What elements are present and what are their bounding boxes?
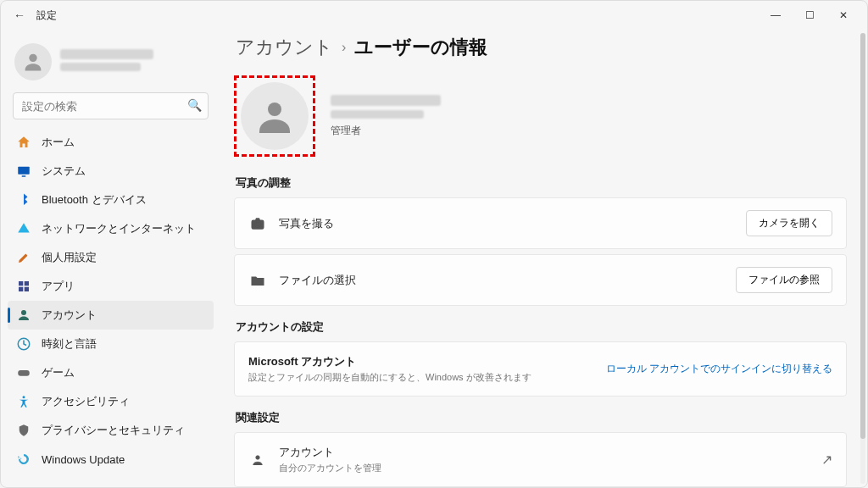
- sidebar-item-home[interactable]: ホーム: [8, 128, 214, 157]
- svg-point-10: [23, 396, 25, 398]
- sidebar-item-windows-update[interactable]: Windows Update: [8, 445, 214, 474]
- card-take-photo: 写真を撮る カメラを開く: [234, 197, 847, 249]
- card-choose-file: ファイルの選択 ファイルの参照: [234, 254, 847, 306]
- svg-rect-9: [18, 370, 30, 376]
- sidebar-item-label: プライバシーとセキュリティ: [42, 423, 185, 438]
- user-email-redacted: [331, 110, 424, 119]
- user-avatar[interactable]: [241, 82, 309, 150]
- minimize-button[interactable]: ―: [759, 3, 793, 27]
- chevron-right-icon: ›: [342, 40, 346, 55]
- search-container: 🔍: [13, 92, 209, 119]
- home-icon: [16, 135, 31, 150]
- sidebar-item-gaming[interactable]: ゲーム: [8, 358, 214, 387]
- sidebar-item-label: システム: [42, 164, 86, 179]
- sidebar-item-label: アクセシビリティ: [42, 394, 130, 409]
- person-small-icon: [248, 452, 267, 468]
- profile-name-redacted: [60, 49, 153, 59]
- accessibility-icon: [16, 394, 31, 409]
- system-icon: [16, 164, 31, 179]
- back-button[interactable]: ←: [8, 3, 31, 27]
- update-icon: [16, 452, 31, 467]
- breadcrumb: アカウント › ユーザーの情報: [236, 35, 847, 60]
- external-link-icon: ↗: [821, 452, 832, 468]
- sidebar-item-time-language[interactable]: 時刻と言語: [8, 330, 214, 358]
- folder-icon: [248, 273, 267, 288]
- svg-point-7: [21, 310, 26, 315]
- scrollbar[interactable]: [860, 33, 865, 484]
- svg-point-11: [268, 103, 281, 116]
- sidebar-item-personalization[interactable]: 個人用設定: [8, 243, 214, 272]
- take-photo-label: 写真を撮る: [279, 216, 734, 231]
- shield-icon: [16, 423, 31, 438]
- related-accounts-label: アカウント: [279, 445, 810, 460]
- search-icon: 🔍: [187, 98, 202, 112]
- sidebar-item-accounts[interactable]: アカウント: [8, 301, 214, 330]
- sidebar-item-label: アプリ: [42, 279, 75, 294]
- svg-rect-3: [19, 281, 23, 286]
- svg-point-13: [255, 221, 260, 226]
- breadcrumb-current: ユーザーの情報: [354, 35, 487, 60]
- sidebar-item-apps[interactable]: アプリ: [8, 272, 214, 301]
- svg-rect-6: [25, 287, 29, 291]
- network-icon: [16, 221, 31, 236]
- section-title-related: 関連設定: [236, 410, 845, 425]
- sidebar-item-network[interactable]: ネットワークとインターネット: [8, 214, 214, 243]
- user-role: 管理者: [331, 124, 441, 138]
- clock-globe-icon: [16, 336, 31, 352]
- sidebar-item-label: Bluetooth とデバイス: [42, 192, 147, 208]
- sidebar-item-label: 時刻と言語: [42, 336, 97, 352]
- switch-local-account-link[interactable]: ローカル アカウントでのサインインに切り替える: [606, 362, 832, 376]
- svg-rect-2: [22, 175, 26, 177]
- choose-file-label: ファイルの選択: [279, 273, 724, 288]
- section-title-account: アカウントの設定: [236, 319, 845, 335]
- paintbrush-icon: [16, 250, 31, 265]
- sidebar-item-label: 個人用設定: [42, 250, 97, 265]
- avatar-icon: [14, 43, 52, 80]
- apps-icon: [16, 279, 31, 294]
- gamepad-icon: [16, 365, 31, 380]
- svg-point-14: [256, 455, 260, 459]
- sidebar-item-system[interactable]: システム: [8, 157, 214, 186]
- ms-account-label: Microsoft アカウント: [248, 354, 594, 369]
- section-title-photo: 写真の調整: [236, 175, 845, 191]
- card-ms-account: Microsoft アカウント 設定とファイルの同期を自動的にすると、Windo…: [234, 341, 847, 396]
- avatar-highlight-box: [234, 75, 315, 157]
- card-related-accounts[interactable]: アカウント 自分のアカウントを管理 ↗: [234, 432, 847, 487]
- svg-point-0: [29, 54, 36, 62]
- related-accounts-sub: 自分のアカウントを管理: [279, 462, 810, 474]
- sidebar-item-label: アカウント: [42, 308, 97, 323]
- sidebar-profile[interactable]: [8, 35, 214, 92]
- profile-email-redacted: [60, 63, 141, 71]
- app-title: 設定: [36, 8, 57, 23]
- sidebar-item-label: Windows Update: [42, 453, 125, 466]
- close-button[interactable]: ✕: [826, 3, 860, 27]
- sidebar-item-label: ホーム: [42, 135, 75, 150]
- sidebar-item-label: ネットワークとインターネット: [42, 221, 196, 236]
- bluetooth-icon: [16, 192, 31, 208]
- breadcrumb-parent[interactable]: アカウント: [236, 35, 333, 60]
- browse-files-button[interactable]: ファイルの参照: [736, 267, 832, 293]
- scrollbar-thumb[interactable]: [860, 33, 865, 439]
- search-input[interactable]: [13, 92, 209, 119]
- svg-rect-1: [18, 167, 30, 175]
- person-icon: [16, 308, 31, 323]
- sidebar-item-privacy[interactable]: プライバシーとセキュリティ: [8, 416, 214, 445]
- sidebar-item-bluetooth[interactable]: Bluetooth とデバイス: [8, 186, 214, 214]
- svg-rect-5: [19, 287, 23, 291]
- sidebar-item-label: ゲーム: [42, 365, 75, 380]
- sidebar-item-accessibility[interactable]: アクセシビリティ: [8, 387, 214, 416]
- maximize-button[interactable]: ☐: [793, 3, 826, 27]
- camera-icon: [248, 216, 267, 231]
- svg-rect-4: [25, 281, 29, 286]
- user-name-redacted: [331, 95, 441, 106]
- open-camera-button[interactable]: カメラを開く: [746, 210, 832, 236]
- ms-account-sub: 設定とファイルの同期を自動的にすると、Windows が改善されます: [248, 371, 594, 384]
